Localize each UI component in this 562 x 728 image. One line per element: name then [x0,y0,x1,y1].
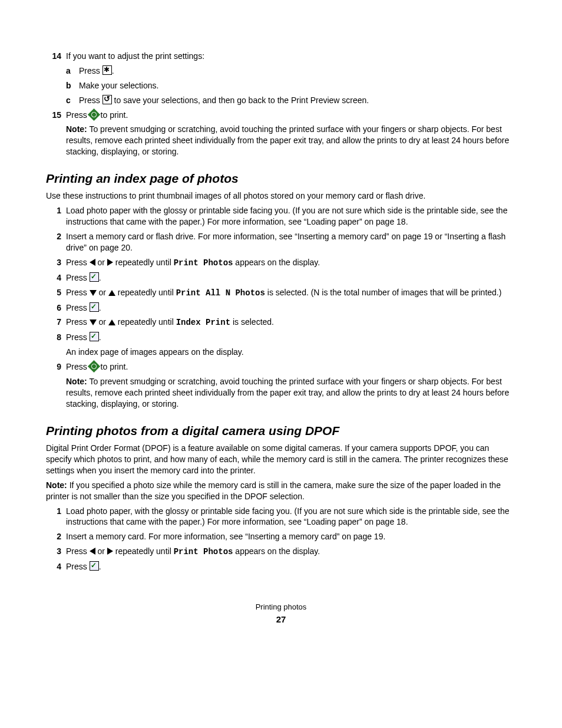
substep-14a: a Press . [66,65,516,77]
select-icon [90,302,99,312]
sec1-step-6: 6 Press . [46,302,516,314]
text-mid1: or [95,258,107,267]
substep-body: Press . [79,65,516,77]
sec1-step-7: 7 Press or repeatedly until Index Print … [46,317,516,328]
step-number: 3 [46,257,66,269]
step-after: An index page of images appears on the d… [66,347,516,358]
sec1-step-5: 5 Press or repeatedly until Print All N … [46,287,516,299]
sec1-step-3: 3 Press or repeatedly until Print Photos… [46,257,516,269]
substep-14b: b Make your selections. [66,80,516,91]
step-number: 15 [46,110,66,158]
step-number: 7 [46,317,66,328]
step-body: Press or repeatedly until Index Print is… [66,317,516,328]
step-number: 1 [46,205,66,228]
text-post: . [99,332,101,342]
right-arrow-icon [107,259,113,266]
text-pre: Press [66,303,90,312]
text-post: appears on the display. [233,258,320,267]
section-intro: Use these instructions to print thumbnai… [46,190,516,202]
text-pre: Press [79,66,103,75]
sec2-step-4: 4 Press . [46,561,516,572]
step-body: Press . [66,561,516,572]
section-intro: Digital Print Order Format (DPOF) is a f… [46,443,516,476]
step-number: 14 [46,51,66,62]
text-post: . [112,66,114,75]
text-post: is selected. [230,317,274,327]
text-mid1: or [97,317,108,327]
note: Note: To prevent smudging or scratching,… [66,376,516,410]
text-mid1: or [97,288,108,297]
text-post: . [99,273,101,282]
note-text: If you specified a photo size while the … [46,480,501,501]
select-icon [90,561,99,571]
mono-text: Index Print [176,318,230,327]
step-body: Press . [66,272,516,284]
text-mid1: or [95,546,107,556]
left-arrow-icon [90,259,95,266]
step-number: 3 [46,546,66,558]
note-label: Note: [46,480,67,490]
step-number: 2 [46,231,66,253]
step-14: 14 If you want to adjust the print setti… [46,51,516,62]
step-15: 15 Press to print. Note: To prevent smud… [46,110,516,158]
back-icon [103,95,112,104]
step-body: Insert a memory card. For more informati… [66,531,516,542]
text-pre: Press [66,546,90,556]
step-body: Load photo paper, with the glossy or pri… [66,506,516,528]
note: Note: To prevent smudging or scratching,… [66,124,516,157]
text-pre: Press [66,288,90,297]
page-footer: Printing photos 27 [46,602,516,625]
text-mid2: repeatedly until [113,546,174,556]
step-number: 4 [46,272,66,284]
substep-14c: c Press to save your selections, and the… [66,95,516,106]
substep-letter: b [66,80,79,91]
step-body: Press to print. Note: To prevent smudgin… [66,361,516,410]
text-post: is selected. (N is the total number of i… [265,288,502,297]
text-mid2: repeatedly until [115,288,176,297]
step-body: Press or repeatedly until Print Photos a… [66,257,516,269]
text-post: to print. [98,362,128,371]
text-post: appears on the display. [233,546,320,556]
section-heading-index: Printing an index page of photos [46,170,516,187]
step-number: 5 [46,287,66,299]
step-body: Press or repeatedly until Print Photos a… [66,546,516,558]
text-pre: Press [66,273,90,282]
substep-letter: c [66,95,79,106]
section-note: Note: If you specified a photo size whil… [46,480,516,502]
down-arrow-icon [90,290,97,296]
text-mid2: repeatedly until [115,317,176,327]
up-arrow-icon [108,290,115,296]
select-icon [90,272,99,282]
step-body: Press to print. Note: To prevent smudgin… [66,110,516,158]
text-pre: Press [66,317,90,327]
step-body: Load photo paper with the glossy or prin… [66,205,516,228]
step-number: 9 [46,361,66,410]
step-number: 1 [46,506,66,528]
sec1-step-4: 4 Press . [46,272,516,284]
sec2-step-2: 2 Insert a memory card. For more informa… [46,531,516,542]
step-text: If you want to adjust the print settings… [66,51,204,61]
step-body: Press . [66,302,516,314]
sec1-step-1: 1 Load photo paper with the glossy or pr… [46,205,516,228]
note-label: Note: [66,377,87,386]
footer-section: Printing photos [46,602,516,612]
step-body: Press . An index page of images appears … [66,332,516,358]
step-body: Press or repeatedly until Print All N Ph… [66,287,516,299]
text-pre: Press [66,562,90,571]
mono-text: Print Photos [174,258,233,268]
sec1-step-9: 9 Press to print. Note: To prevent smudg… [46,361,516,410]
substep-body: Make your selections. [79,80,516,91]
text-pre: Press [66,362,90,371]
text-pre: Press [66,110,90,120]
settings-icon [103,65,112,75]
step-number: 4 [46,561,66,572]
note-text: To prevent smudging or scratching, avoid… [66,124,509,156]
page-number: 27 [46,614,516,625]
sec2-step-1: 1 Load photo paper, with the glossy or p… [46,506,516,528]
text-mid2: repeatedly until [113,258,174,267]
step-number: 2 [46,531,66,542]
down-arrow-icon [90,319,97,325]
left-arrow-icon [90,548,95,555]
text-pre: Press [66,258,90,267]
text-pre: Press [66,332,90,342]
